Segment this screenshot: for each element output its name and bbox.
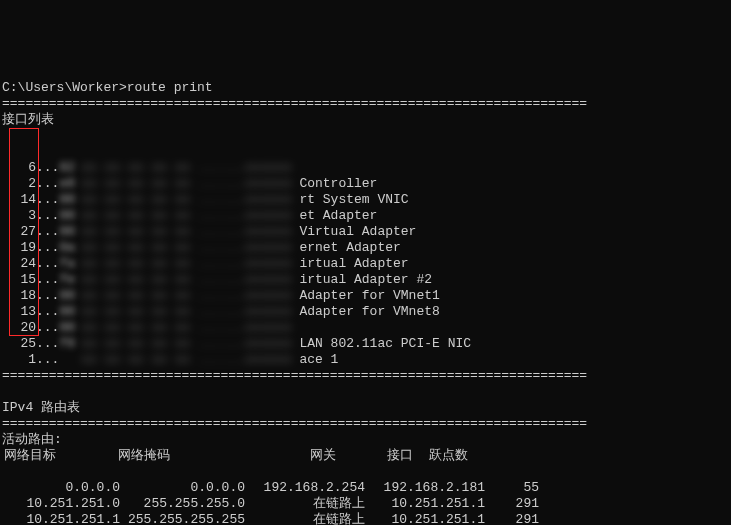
interface-row: 25...f8 xx xx xx xx xx ......xxxxxx xxxx…: [2, 336, 729, 352]
iface-hex: 00: [59, 192, 73, 208]
interface-row: 3...00 xx xx xx xx xx ......xxxxxx xxxxx…: [2, 208, 729, 224]
divider-mid: ========================================…: [2, 368, 587, 383]
iface-hex: 00: [59, 224, 73, 240]
section-ipv4: IPv4 路由表: [2, 400, 80, 415]
interface-row: 13...00 xx xx xx xx xx ......xxxxxx xxxx…: [2, 304, 729, 320]
route-table: 0.0.0.00.0.0.0192.168.2.254192.168.2.181…: [2, 480, 729, 525]
iface-desc: Adapter for VMnet8: [299, 304, 439, 320]
interface-row: 6...02 xx xx xx xx xx ......xxxxxx xxxxx…: [2, 160, 729, 176]
iface-desc: irtual Adapter: [299, 256, 408, 272]
interface-row: 27...00 xx xx xx xx xx ......xxxxxx xxxx…: [2, 224, 729, 240]
section-active-routes: 活动路由:: [2, 432, 62, 447]
iface-hex: e8: [59, 176, 73, 192]
interface-row: 20...00 xx xx xx xx xx ......xxxxxx xxxx…: [2, 320, 729, 336]
iface-desc: ernet Adapter: [299, 240, 400, 256]
route-row: 10.251.251.1255.255.255.255在链路上10.251.25…: [2, 512, 729, 525]
route-row: 10.251.251.0255.255.255.0在链路上10.251.251.…: [2, 496, 729, 512]
iface-hex: f8: [59, 336, 73, 352]
interface-row: 14...00 xx xx xx xx xx ......xxxxxx xxxx…: [2, 192, 729, 208]
iface-desc: Adapter for VMnet1: [299, 288, 439, 304]
command-prompt: C:\Users\Worker>route print: [2, 80, 213, 95]
iface-hex: 0a: [59, 240, 73, 256]
iface-desc: et Adapter: [299, 208, 377, 224]
interface-row: 15...fe xx xx xx xx xx ......xxxxxx xxxx…: [2, 272, 729, 288]
iface-desc: rt System VNIC: [299, 192, 408, 208]
iface-hex: 00: [59, 304, 73, 320]
iface-desc: LAN 802.11ac PCI-E NIC: [299, 336, 471, 352]
iface-desc: Virtual Adapter: [299, 224, 416, 240]
interface-row: 2...e8 xx xx xx xx xx ......xxxxxx xxxxx…: [2, 176, 729, 192]
iface-hex: 00: [59, 208, 73, 224]
divider-top: ========================================…: [2, 96, 587, 111]
interface-row: 24...fa xx xx xx xx xx ......xxxxxx xxxx…: [2, 256, 729, 272]
iface-desc: ace 1: [299, 352, 338, 368]
iface-hex: 00: [59, 320, 73, 336]
iface-hex: 02: [59, 160, 73, 176]
highlight-box: [9, 128, 39, 336]
interface-row: 18...00 xx xx xx xx xx ......xxxxxx xxxx…: [2, 288, 729, 304]
interface-row: 19...0a xx xx xx xx xx ......xxxxxx xxxx…: [2, 240, 729, 256]
iface-hex: fa: [59, 256, 73, 272]
route-row: 0.0.0.00.0.0.0192.168.2.254192.168.2.181…: [2, 480, 729, 496]
terminal-output: C:\Users\Worker>route print ============…: [0, 60, 731, 525]
iface-desc: irtual Adapter #2: [299, 272, 432, 288]
iface-hex: 00: [59, 288, 73, 304]
iface-number: 1: [2, 352, 36, 368]
iface-number: 25: [2, 336, 36, 352]
interface-row: 1... xx xx xx xx xx ......xxxxxx xxxxx x…: [2, 352, 729, 368]
interface-list: 6...02 xx xx xx xx xx ......xxxxxx xxxxx…: [2, 128, 729, 368]
divider-ipv4: ========================================…: [2, 416, 587, 431]
section-interface-list: 接口列表: [2, 112, 54, 127]
iface-desc: Controller: [299, 176, 377, 192]
route-header: 网络目标 网络掩码网关 接口 跃点数: [2, 448, 729, 464]
iface-hex: fe: [59, 272, 73, 288]
